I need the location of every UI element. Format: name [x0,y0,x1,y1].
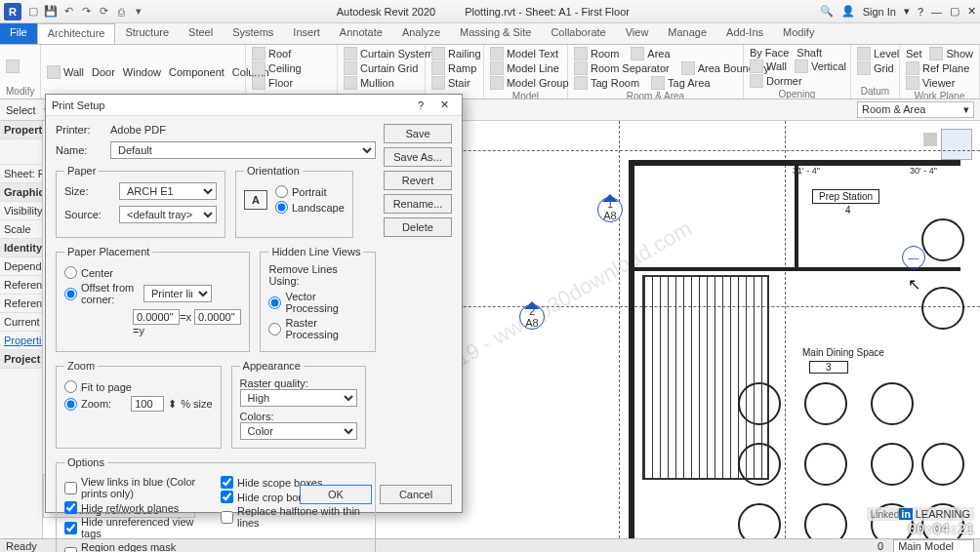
model-text-tool[interactable]: Model Text [490,47,558,60]
tab-massing[interactable]: Massing & Site [450,23,541,44]
ref2-row[interactable]: Referenc [0,295,42,313]
colors-select[interactable]: Color [240,422,357,440]
viewer-tool[interactable]: Viewer [906,76,955,90]
tag-room-tool[interactable]: Tag Room [574,76,639,90]
tab-annotate[interactable]: Annotate [330,23,392,44]
save-icon[interactable]: 💾 [43,4,59,20]
portrait-radio[interactable] [275,185,288,198]
curtain-system-tool[interactable]: Curtain System [344,47,433,60]
dormer-tool[interactable]: Dormer [750,74,802,88]
redo-icon[interactable]: ↷ [78,4,94,20]
offset-mode-select[interactable]: Printer limit [143,285,212,302]
maximize-icon[interactable]: ▢ [950,5,960,18]
tab-modify[interactable]: Modify [773,23,824,44]
name-select[interactable]: Default [110,141,376,159]
area-tool[interactable]: Area [631,47,670,60]
links-check[interactable] [64,482,77,494]
help-icon[interactable]: ? [918,6,923,18]
properties-help-link[interactable]: Propertie [0,332,42,350]
tab-collaborate[interactable]: Collaborate [541,23,615,44]
tab-analyze[interactable]: Analyze [392,23,450,44]
ok-button[interactable]: OK [300,485,372,504]
tab-manage[interactable]: Manage [658,23,716,44]
room-tool[interactable]: Room [574,47,619,60]
cart-icon[interactable]: ▾ [904,5,910,18]
wall-tool[interactable]: Wall [47,65,84,79]
zoom-radio[interactable] [64,398,77,411]
tab-view[interactable]: View [616,23,659,44]
ref1-row[interactable]: Referenc [0,276,42,295]
dialog-close-icon[interactable]: ✕ [432,99,456,111]
tab-structure[interactable]: Structure [115,23,179,44]
user-icon[interactable]: 👤 [841,5,855,18]
wall-opening-tool[interactable]: Wall [750,59,787,73]
print-icon[interactable]: ⎙ [113,4,129,20]
modify-tool[interactable] [6,59,20,73]
component-tool[interactable]: Component [169,66,225,78]
size-select[interactable]: ARCH E1 [119,182,217,200]
viewcube[interactable] [941,129,972,160]
vertical-tool[interactable]: Vertical [795,59,846,73]
offset-x-input[interactable] [133,309,180,325]
stair-tool[interactable]: Stair [431,76,470,90]
model-group-tool[interactable]: Model Group [490,76,569,90]
window-tool[interactable]: Window [123,66,161,78]
ramp-tool[interactable]: Ramp [431,61,476,75]
more-icon[interactable]: ▾ [131,4,146,20]
revert-button[interactable]: Revert [384,171,452,190]
set-tool[interactable]: Set [906,47,922,60]
save-button[interactable]: Save [384,124,452,143]
saveas-button[interactable]: Save As... [384,147,452,167]
unref-check[interactable] [64,522,77,534]
halftone-check[interactable] [221,511,233,524]
byface-tool[interactable]: By Face [750,47,789,59]
ceiling-tool[interactable]: Ceiling [252,61,302,75]
region-check[interactable] [64,547,77,553]
landscape-radio[interactable] [275,201,288,214]
delete-button[interactable]: Delete [384,217,452,237]
refplane-tool[interactable]: Ref Plane [906,61,969,75]
elevation-marker[interactable]: — [902,246,925,269]
offset-radio[interactable] [64,288,77,300]
fit-radio[interactable] [64,380,77,393]
zoom-input[interactable] [131,396,164,412]
shaft-tool[interactable]: Shaft [796,47,822,59]
show-tool[interactable]: Show [929,47,973,60]
scope-check[interactable] [221,476,233,489]
roof-tool[interactable]: Roof [252,47,291,60]
dependency-row[interactable]: Depende [0,257,42,276]
tab-addins[interactable]: Add-Ins [716,23,773,44]
scale-row[interactable]: Scale [0,220,42,239]
tag-area-tool[interactable]: Tag Area [651,76,710,90]
close-icon[interactable]: ✕ [967,5,976,18]
mullion-tool[interactable]: Mullion [344,76,394,90]
signin-label[interactable]: Sign In [863,6,896,18]
rasterq-select[interactable]: High [240,389,357,407]
offset-y-input[interactable] [194,309,241,325]
current-row[interactable]: Current [0,313,42,332]
model-line-tool[interactable]: Model Line [490,61,559,75]
cancel-button[interactable]: Cancel [380,485,452,504]
minimize-icon[interactable]: — [931,6,942,18]
tab-steel[interactable]: Steel [179,23,223,44]
rename-button[interactable]: Rename... [384,194,452,214]
panel-dropdown[interactable]: Room & Area▾ [857,101,974,118]
floor-tool[interactable]: Floor [252,76,293,90]
door-tool[interactable]: Door [92,66,115,78]
room-sep-tool[interactable]: Room Separator [574,61,670,75]
undo-icon[interactable]: ↶ [61,4,76,20]
source-select[interactable]: <default tray> [119,206,217,223]
open-icon[interactable]: ▢ [25,4,41,20]
sheet-row[interactable]: Sheet: Fir [0,165,42,183]
search-icon[interactable]: 🔍 [820,5,834,18]
vector-radio[interactable] [268,296,281,309]
railing-tool[interactable]: Railing [431,47,481,60]
tab-architecture[interactable]: Architecture [37,23,116,44]
center-radio[interactable] [64,266,77,279]
tab-file[interactable]: File [0,23,37,44]
raster-radio[interactable] [268,323,281,335]
level-tool[interactable]: Level [857,47,899,60]
dialog-help-icon[interactable]: ? [409,99,432,111]
home-icon[interactable] [923,133,937,146]
tab-systems[interactable]: Systems [223,23,283,44]
